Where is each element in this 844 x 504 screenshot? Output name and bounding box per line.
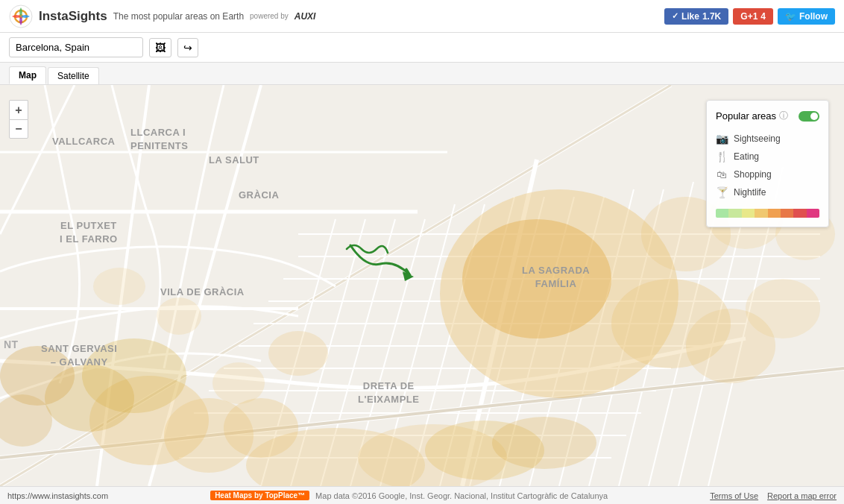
- header-left: InstaSights The most popular areas on Ea…: [9, 4, 315, 28]
- follow-button[interactable]: 🐦 Follow: [778, 8, 835, 25]
- scale-seg-4: [755, 209, 767, 218]
- svg-point-62: [212, 362, 265, 404]
- zoom-out-button[interactable]: −: [9, 119, 28, 139]
- toolbar: 🖼 ↪: [0, 33, 844, 63]
- color-scale: [716, 209, 819, 218]
- search-input[interactable]: [9, 37, 143, 57]
- terms-link[interactable]: Terms of Use: [710, 491, 758, 500]
- share-button[interactable]: ↪: [177, 38, 198, 57]
- category-nightlife[interactable]: 🍸 Nightlife: [716, 183, 819, 201]
- svg-point-61: [268, 331, 328, 376]
- tab-map[interactable]: Map: [9, 66, 46, 84]
- gplus-button[interactable]: G+1 4: [733, 8, 773, 25]
- gplus-count: 4: [760, 11, 766, 22]
- scale-seg-1: [716, 209, 728, 218]
- scale-seg-3: [742, 209, 755, 218]
- like-count: 1.7K: [702, 11, 721, 22]
- scale-seg-7: [793, 209, 806, 218]
- map-container[interactable]: + − VALLCARCA LLCARCA IPENITENTS LA SALU…: [0, 85, 844, 486]
- svg-point-64: [93, 268, 145, 305]
- image-button[interactable]: 🖼: [149, 38, 171, 57]
- popular-title: Popular areas: [716, 110, 776, 122]
- nightlife-icon: 🍸: [716, 186, 728, 198]
- scale-seg-5: [768, 209, 781, 218]
- like-label: Like: [681, 11, 699, 22]
- zoom-controls: + −: [9, 100, 28, 139]
- svg-point-57: [492, 417, 596, 469]
- shopping-label: Shopping: [734, 169, 772, 180]
- tagline: The most popular areas on Earth: [113, 11, 244, 22]
- popular-info-icon: ⓘ: [779, 110, 788, 122]
- follow-label: Follow: [799, 11, 828, 22]
- gplus-label: G+1: [740, 11, 758, 22]
- heatmap-badge: Heat Maps by TopPlace™: [210, 491, 309, 500]
- statusbar-center: Heat Maps by TopPlace™ Map data ©2016 Go…: [210, 491, 608, 500]
- header: InstaSights The most popular areas on Ea…: [0, 0, 844, 33]
- scale-seg-2: [728, 209, 741, 218]
- map-credit: Map data ©2016 Google, Inst. Geogr. Naci…: [315, 491, 608, 500]
- scale-seg-8: [807, 209, 819, 218]
- statusbar: https://www.instasights.com Heat Maps by…: [0, 486, 844, 504]
- popular-title-group: Popular areas ⓘ: [716, 110, 788, 122]
- eating-label: Eating: [734, 151, 759, 162]
- check-icon: ✓: [672, 11, 678, 21]
- svg-point-53: [746, 279, 820, 338]
- eating-icon: 🍴: [716, 151, 728, 163]
- scale-seg-6: [781, 209, 793, 218]
- nightlife-label: Nightlife: [734, 187, 766, 198]
- popular-header: Popular areas ⓘ: [716, 110, 819, 122]
- shopping-icon: 🛍: [716, 168, 728, 180]
- report-link[interactable]: Report a map error: [767, 491, 837, 500]
- category-eating[interactable]: 🍴 Eating: [716, 148, 819, 166]
- twitter-icon: 🐦: [785, 11, 796, 22]
- svg-point-63: [157, 297, 201, 335]
- svg-point-43: [462, 219, 611, 338]
- sightseeing-label: Sightseeing: [734, 133, 781, 144]
- popular-toggle[interactable]: [799, 111, 819, 122]
- status-url: https://www.instasights.com: [7, 491, 108, 500]
- zoom-in-button[interactable]: +: [9, 100, 28, 119]
- header-right: ✓ Like 1.7K G+1 4 🐦 Follow: [664, 8, 835, 25]
- tab-satellite[interactable]: Satellite: [48, 67, 99, 84]
- sightseeing-icon: 📷: [716, 133, 728, 145]
- statusbar-right: Terms of Use Report a map error: [710, 491, 837, 500]
- category-sightseeing[interactable]: 📷 Sightseeing: [716, 130, 819, 148]
- map-tabs: Map Satellite: [0, 63, 844, 85]
- popular-panel: Popular areas ⓘ 📷 Sightseeing 🍴 Eating 🛍…: [706, 100, 829, 227]
- app-name: InstaSights: [39, 9, 107, 24]
- powered-by: powered by: [250, 12, 289, 20]
- category-shopping[interactable]: 🛍 Shopping: [716, 166, 819, 183]
- like-button[interactable]: ✓ Like 1.7K: [664, 8, 728, 25]
- instasights-logo: [9, 4, 33, 28]
- auxi-logo: AUXI: [295, 11, 316, 22]
